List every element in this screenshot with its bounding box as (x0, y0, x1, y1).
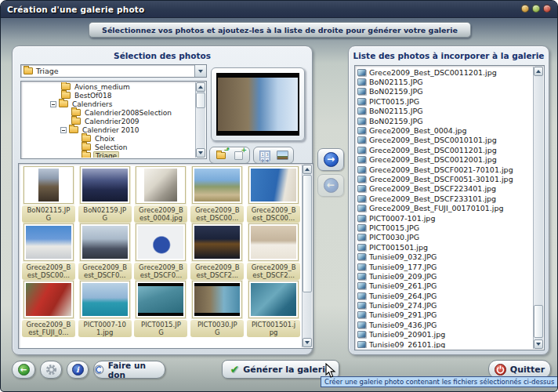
tree-item[interactable]: Triage (22, 151, 195, 158)
gallery-file-item[interactable]: Tunisie09_436.JPG (357, 320, 532, 329)
gallery-file-item[interactable]: Grece2009_Best_DSCF233101.jpg (357, 194, 532, 203)
gallery-file-item[interactable]: BoN02115.JPG (357, 77, 532, 86)
image-file-icon (357, 78, 366, 85)
gallery-file-item[interactable]: PICT0007-101.jpg (357, 213, 532, 223)
thumbnail-cell: Grece2009_Best_DSC00... (21, 223, 76, 281)
gallery-file-item[interactable]: PICT0015.JPG (357, 223, 532, 232)
thumbnail[interactable] (248, 223, 299, 261)
maximize-button[interactable] (532, 5, 540, 13)
back-button[interactable]: ← (12, 361, 35, 379)
gallery-file-item[interactable]: BoN02159.JPG (357, 87, 532, 96)
gallery-file-item[interactable]: Grece2009_Best_0004.jpg (357, 125, 532, 135)
gallery-file-item[interactable]: Grece2009_Best_DSCF0051-30101.jpg (357, 174, 532, 183)
thumbnail-label-line2: G (134, 328, 187, 336)
thumbnail-label: PICT0007-101.jpg (78, 320, 132, 337)
thumbnail[interactable] (24, 281, 74, 318)
scrollbar-thumb[interactable] (196, 93, 205, 108)
collapse-icon[interactable] (60, 127, 67, 133)
scroll-up-button[interactable] (196, 82, 205, 92)
thumbnail-label-line2: est_DSC00... (22, 271, 75, 279)
thumbnail[interactable] (136, 223, 186, 261)
dropdown-arrow-button[interactable] (194, 65, 206, 77)
gallery-file-item[interactable]: Tunisie09_264.JPG (357, 291, 532, 300)
folder-dropdown[interactable]: Triage (20, 64, 207, 78)
gallery-file-item[interactable]: Grece2009_Best_DSC0011201.jpg (357, 145, 532, 154)
gallery-file-item[interactable]: PICT001501.jpg (357, 242, 532, 252)
tree-item[interactable]: Calendrier2009 (22, 117, 195, 125)
gallery-file-item[interactable]: Tunisie09_209.JPG (357, 271, 532, 281)
scroll-up-button[interactable] (534, 67, 543, 76)
image-file-icon (357, 166, 366, 173)
thumbnail[interactable] (24, 223, 74, 261)
donate-button[interactable]: Faire un don (93, 361, 165, 379)
gallery-file-item[interactable]: PICT0015.JPG (357, 96, 532, 106)
gallery-file-item[interactable]: PICT0030.JPG (357, 233, 532, 242)
remove-from-gallery-button[interactable]: ← (317, 174, 344, 197)
thumbnail[interactable] (192, 166, 242, 204)
thumbnail[interactable] (80, 166, 130, 204)
tree-item[interactable]: Choix (22, 134, 195, 143)
tree-item[interactable]: Avions_medium (22, 82, 195, 91)
thumbnail[interactable] (24, 166, 74, 204)
thumbnail[interactable] (248, 281, 299, 318)
tree-item[interactable]: Calendrier2008Selection (22, 108, 195, 117)
thumbnail[interactable] (192, 223, 242, 261)
add-to-gallery-button[interactable]: → (317, 148, 344, 171)
scroll-down-button[interactable] (534, 339, 543, 349)
scroll-down-button[interactable] (303, 338, 312, 347)
tree-item[interactable]: Calendriers (22, 100, 195, 108)
thumbnail-image (138, 283, 183, 316)
arrow-back-icon: ← (18, 364, 30, 376)
thumbnail-cell: Grece2009_Best_DSC00... (190, 166, 245, 223)
image-file-icon (357, 136, 366, 143)
gallery-file-item[interactable]: BoN02115.JPG (357, 107, 532, 116)
gallery-file-item[interactable]: Tunisie09_177.JPG (357, 262, 532, 271)
gallery-file-item[interactable]: Grece2009_Best_DSCF0021-70101.jpg (357, 165, 532, 174)
tree-item[interactable]: Selection (22, 143, 195, 151)
gallery-file-item[interactable]: Grece2009_Best_DSC0011201.jpg (357, 67, 532, 77)
thumbnail-scrollbar[interactable] (302, 165, 312, 347)
thumbnail[interactable] (136, 281, 186, 318)
donate-label: Faire un don (108, 361, 165, 379)
image-file-icon (357, 234, 366, 241)
thumbnail-image (26, 283, 71, 316)
gallery-file-item[interactable]: Tunisie09_26101.jpg (357, 339, 532, 348)
tree-item[interactable]: Calendrier 2010 (22, 125, 195, 134)
scroll-up-button[interactable] (303, 165, 312, 174)
thumbnail-label-line1: Grece2009_B (247, 263, 300, 271)
list-scrollbar[interactable] (533, 67, 543, 349)
gallery-file-item[interactable]: Grece2009_Best_DSC0010101.jpg (357, 136, 532, 145)
gallery-file-item[interactable]: Grece2009_Best_DSCF223401.jpg (357, 184, 532, 194)
gallery-file-item[interactable]: Grece2009_Best_DSC0012001.jpg (357, 155, 532, 165)
gallery-file-item[interactable]: BoN02159.JPG (357, 116, 532, 125)
file-name: PICT0030.JPG (369, 233, 419, 241)
sort-thumbnails-button[interactable]: 1324 (259, 150, 271, 161)
folder-icon (69, 126, 78, 133)
gallery-file-item[interactable]: Tunisie09_261.JPG (357, 281, 532, 291)
scroll-down-button[interactable] (196, 148, 205, 158)
thumbnail[interactable] (136, 166, 186, 204)
open-folder-button[interactable]: ⬏ (215, 150, 227, 161)
thumbnail-label-line1: Grece2009_B (247, 206, 300, 214)
minimize-button[interactable] (521, 5, 529, 13)
tree-item[interactable]: BestOf018 (22, 91, 195, 100)
thumbnail[interactable] (80, 223, 130, 261)
gallery-file-item[interactable]: Tunisie09_274.JPG (357, 300, 532, 310)
close-button[interactable] (543, 5, 551, 13)
gallery-file-item[interactable]: Tunisie09_291.JPG (357, 310, 532, 320)
gallery-file-item[interactable]: Grece2009_Best_FUJI_00170101.jpg (357, 203, 532, 212)
thumbnail[interactable] (80, 281, 130, 318)
settings-button[interactable] (40, 361, 62, 379)
scrollbar-thumb[interactable] (303, 175, 312, 292)
add-photos-button[interactable]: + (232, 150, 245, 161)
gallery-file-item[interactable]: Tunisie09_032.JPG (357, 252, 532, 261)
scrollbar-thumb[interactable] (534, 305, 543, 338)
gallery-file-item[interactable]: Tunisie09_20901.jpg (357, 330, 532, 339)
tree-scrollbar[interactable] (195, 82, 205, 158)
thumbnail-label-line1: Grece2009_B (78, 263, 132, 271)
collapse-icon[interactable] (50, 101, 56, 107)
thumbnail[interactable] (192, 281, 242, 318)
thumbnail[interactable] (248, 166, 299, 204)
info-button[interactable]: i (67, 361, 89, 379)
thumbnail-view-button[interactable] (276, 150, 288, 161)
